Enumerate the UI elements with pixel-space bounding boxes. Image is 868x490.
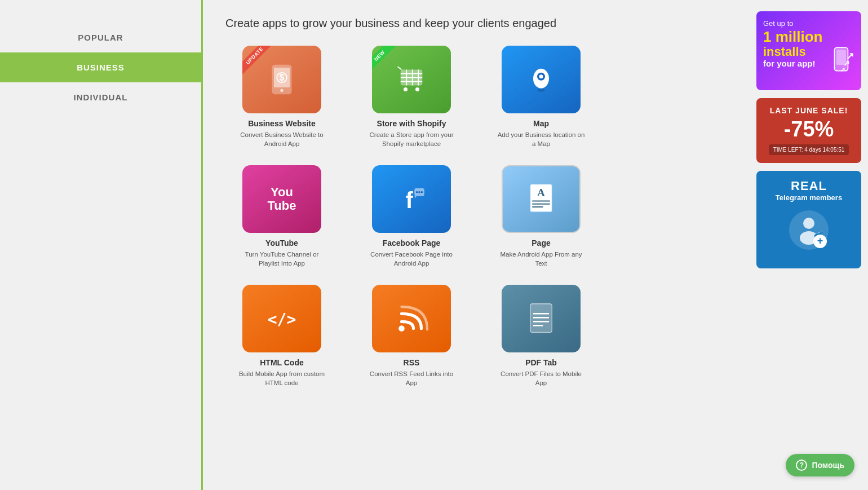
svg-point-31	[398, 326, 405, 332]
app-card-pdf-tab[interactable]: PDF Tab Convert PDF Files to Mobile App	[485, 285, 597, 387]
app-card-map[interactable]: Map Add your Business location on a Map	[485, 46, 597, 148]
ad-installs[interactable]: Get up to 1 million installs for your ap…	[756, 11, 861, 90]
sidebar: POPULAR BUSINESS INDIVIDUAL	[0, 0, 203, 490]
svg-text:A: A	[537, 187, 545, 198]
svg-point-2	[280, 89, 283, 92]
app-card-desc: Build Mobile App from custom HTML code	[237, 369, 327, 387]
help-button[interactable]: ? Помощь	[786, 454, 854, 476]
app-card-title: Map	[533, 119, 549, 128]
page-title: Create apps to grow your business and ke…	[225, 17, 733, 30]
app-card-desc: Create a Store app from your Shopify mar…	[366, 130, 457, 148]
ad-installs-highlight: 1 million	[763, 29, 854, 45]
app-card-desc: Convert Business Website to Android App	[237, 130, 327, 148]
ad-sale-timer: TIME LEFT: 4 days 14:05:51	[769, 144, 849, 155]
help-icon: ?	[796, 460, 807, 471]
ad-sale-percent: -75%	[762, 117, 856, 142]
telegram-icon-wrap: +	[762, 208, 856, 255]
app-card-desc: Convert PDF Files to Mobile App	[496, 369, 586, 387]
svg-point-17	[539, 74, 543, 78]
svg-text:f: f	[406, 188, 414, 213]
app-grid: UPDATE $ Business Website Convert Busine…	[225, 46, 733, 388]
phone-icon: ↗ ↗ ↗	[829, 46, 857, 85]
app-card-title: Business Website	[248, 119, 316, 128]
main-content: Create apps to grow your business and ke…	[203, 0, 750, 490]
app-card-title: PDF Tab	[525, 358, 557, 367]
svg-line-14	[398, 67, 402, 69]
app-card-title: HTML Code	[260, 358, 304, 367]
ad-sale[interactable]: LAST JUNE SALE! -75% TIME LEFT: 4 days 1…	[756, 98, 861, 163]
svg-point-18	[537, 89, 545, 92]
ad-telegram[interactable]: REAL Telegram members +	[756, 171, 861, 268]
app-card-desc: Convert Facebook Page into Android App	[366, 250, 457, 268]
app-card-desc: Make Android App From any Text	[496, 250, 586, 268]
svg-point-23	[421, 191, 423, 193]
app-card-title: RSS	[404, 358, 420, 367]
svg-point-22	[418, 191, 420, 193]
svg-point-13	[415, 87, 419, 91]
sidebar-item-popular[interactable]: POPULAR	[0, 23, 201, 52]
app-card-title: Page	[532, 239, 550, 248]
app-card-html-code[interactable]: </> HTML Code Build Mobile App from cust…	[225, 285, 338, 387]
app-card-desc: Convert RSS Feed Links into App	[366, 369, 457, 387]
app-card-desc: Turn YouTube Channel or Playlist Into Ap…	[237, 250, 327, 268]
svg-text:</>: </>	[268, 310, 296, 329]
ad-telegram-sub: Telegram members	[762, 193, 856, 202]
sidebar-item-individual[interactable]: INDIVIDUAL	[0, 82, 201, 112]
svg-point-21	[416, 191, 418, 193]
app-card-youtube[interactable]: You Tube YouTube Turn YouTube Channel or…	[225, 165, 338, 268]
app-card-desc: Add your Business location on a Map	[496, 130, 586, 148]
app-card-store-shopify[interactable]: NEW Store with Shopify Create a Store ap…	[355, 46, 468, 148]
ad-telegram-title: REAL	[762, 179, 856, 193]
help-label: Помощь	[812, 461, 844, 470]
app-card-rss[interactable]: RSS Convert RSS Feed Links into App	[355, 285, 468, 387]
app-card-title: YouTube	[265, 239, 298, 248]
app-card-page[interactable]: A Page Make Android App From any Text	[485, 165, 597, 268]
app-card-facebook[interactable]: f Facebook Page Convert Facebook Page in…	[355, 165, 468, 268]
ad-installs-pre: Get up to	[763, 19, 854, 28]
svg-text:↗: ↗	[840, 67, 845, 73]
svg-text:+: +	[817, 235, 823, 246]
app-card-title: Facebook Page	[383, 239, 441, 248]
ads-panel: Get up to 1 million installs for your ap…	[750, 0, 868, 490]
app-card-business-website[interactable]: UPDATE $ Business Website Convert Busine…	[225, 46, 338, 148]
svg-text:$: $	[280, 73, 285, 82]
sidebar-item-business[interactable]: BUSINESS	[0, 52, 201, 82]
svg-point-44	[803, 218, 814, 229]
ad-sale-title: LAST JUNE SALE!	[762, 106, 856, 115]
svg-marker-24	[414, 196, 417, 198]
app-card-title: Store with Shopify	[377, 119, 446, 128]
svg-point-12	[404, 87, 408, 91]
